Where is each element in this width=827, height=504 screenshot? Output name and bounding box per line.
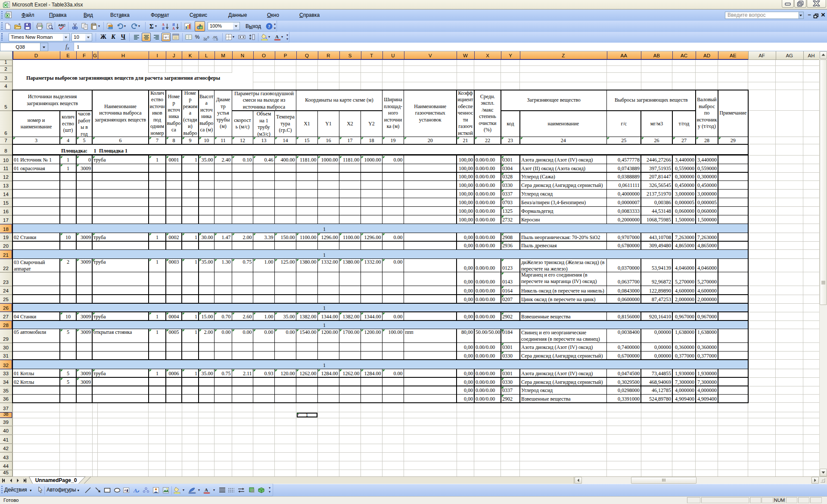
svg-text:Я: Я — [172, 23, 175, 27]
svg-text:A: A — [133, 487, 137, 494]
svg-text:,00: ,00 — [203, 38, 207, 40]
svg-text:Я: Я — [162, 27, 165, 30]
svg-text:А: А — [162, 23, 165, 27]
svg-text:ABC: ABC — [58, 23, 65, 27]
svg-text:A: A — [199, 23, 202, 28]
svg-text:A: A — [205, 487, 208, 492]
svg-text:A: A — [275, 34, 279, 39]
svg-text:a: a — [165, 35, 167, 39]
svg-text:А: А — [172, 27, 175, 30]
svg-text:?: ? — [268, 24, 270, 29]
svg-text:A▮: A▮ — [124, 488, 128, 492]
svg-text:→,0: →,0 — [212, 38, 218, 40]
